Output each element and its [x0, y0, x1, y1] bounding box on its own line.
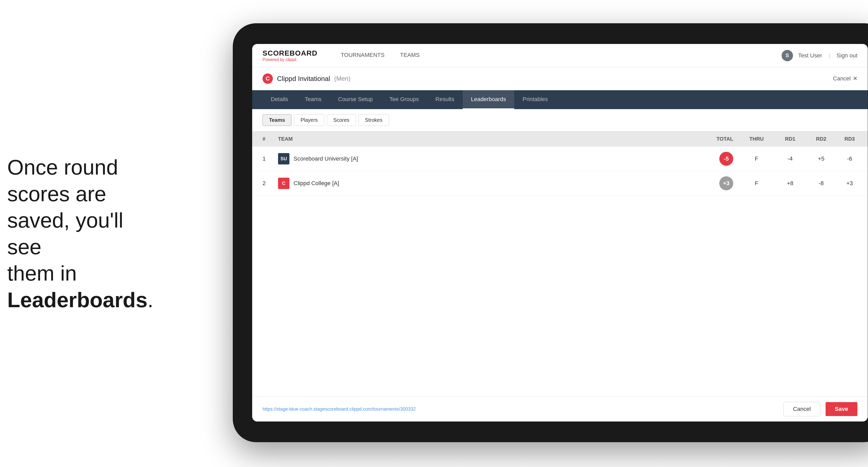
cancel-icon: ✕: [853, 75, 858, 82]
team-1-logo: SU: [278, 153, 289, 164]
nav-links: TOURNAMENTS TEAMS: [333, 44, 427, 67]
team-2-info: C Clippd College [A]: [278, 178, 697, 189]
tournament-title: C Clippd Invitational (Men): [262, 73, 350, 84]
team-2-rd3: +3: [837, 171, 868, 196]
text-line3: saved, you'll see: [7, 209, 123, 258]
team-2-total: +3: [702, 171, 738, 196]
top-navigation: SCOREBOARD Powered by clippd TOURNAMENTS…: [252, 44, 868, 67]
col-rd1: RD1: [775, 131, 806, 147]
tab-teams[interactable]: Teams: [297, 90, 330, 109]
col-rd3: RD3: [837, 131, 868, 147]
col-rank: #: [252, 131, 273, 147]
col-team: TEAM: [273, 131, 702, 147]
nav-left: SCOREBOARD Powered by clippd TOURNAMENTS…: [262, 44, 428, 67]
filter-teams[interactable]: Teams: [262, 114, 291, 126]
footer-cancel-button[interactable]: Cancel: [783, 402, 820, 416]
score-badge-2: +3: [719, 176, 733, 190]
cancel-tournament-button[interactable]: Cancel ✕: [833, 75, 858, 82]
nav-teams[interactable]: TEAMS: [392, 44, 428, 67]
rank-2: 2: [252, 171, 273, 196]
tournament-subtitle: (Men): [334, 75, 350, 82]
col-total: TOTAL: [702, 131, 738, 147]
team-1-thru: F: [738, 147, 775, 171]
sidebar-text: Once round scores are saved, you'll see …: [7, 154, 157, 313]
team-1-total: -5: [702, 147, 738, 171]
tab-results[interactable]: Results: [427, 90, 462, 109]
team-1-rd2: +5: [806, 147, 837, 171]
team-2-thru: F: [738, 171, 775, 196]
footer-save-button[interactable]: Save: [826, 402, 858, 416]
filter-bar: Teams Players Scores Strokes: [252, 109, 868, 131]
logo-area: SCOREBOARD Powered by clippd: [262, 49, 317, 62]
text-line5-end: .: [148, 288, 153, 311]
team-2-logo: C: [278, 178, 289, 189]
sign-out-link[interactable]: Sign out: [836, 52, 858, 59]
tab-leaderboards[interactable]: Leaderboards: [463, 90, 515, 109]
text-line2: scores are: [7, 182, 106, 205]
nav-tournaments[interactable]: TOURNAMENTS: [333, 44, 392, 67]
tournament-name: Clippd Invitational: [277, 75, 330, 83]
team-2-cell: C Clippd College [A]: [273, 171, 702, 196]
text-line1: Once round: [7, 155, 118, 179]
col-rd2: RD2: [806, 131, 837, 147]
tab-printables[interactable]: Printables: [514, 90, 556, 109]
tab-course-setup[interactable]: Course Setup: [330, 90, 381, 109]
team-1-rd1: -4: [775, 147, 806, 171]
logo-sub-prefix: Powered by: [262, 57, 285, 62]
scores-table: # TEAM TOTAL THRU RD1 RD2 RD3 1: [252, 131, 868, 196]
tournament-icon: C: [262, 73, 273, 84]
footer-buttons: Cancel Save: [783, 402, 858, 416]
cancel-label: Cancel: [833, 75, 851, 82]
filter-players[interactable]: Players: [294, 114, 324, 126]
user-name: Test User: [798, 52, 822, 59]
filter-scores[interactable]: Scores: [327, 114, 356, 126]
tablet-screen: SCOREBOARD Powered by clippd TOURNAMENTS…: [252, 44, 868, 422]
user-avatar: S: [782, 50, 793, 61]
team-2-name: Clippd College [A]: [293, 180, 339, 187]
leaderboard-table: # TEAM TOTAL THRU RD1 RD2 RD3 1: [252, 131, 868, 396]
team-1-cell: SU Scoreboard University [A]: [273, 147, 702, 171]
text-line4: them in: [7, 261, 77, 285]
footer: https://stage-blue-coach.stagescoreboard…: [252, 396, 868, 422]
score-badge-1: -5: [719, 152, 733, 166]
team-1-rd3: -6: [837, 147, 868, 171]
table-header-row: # TEAM TOTAL THRU RD1 RD2 RD3: [252, 131, 868, 147]
logo-text: SCOREBOARD: [262, 49, 317, 57]
team-2-rd1: +8: [775, 171, 806, 196]
text-line5-bold: Leaderboards: [7, 288, 148, 311]
tablet-device: SCOREBOARD Powered by clippd TOURNAMENTS…: [233, 23, 868, 442]
tab-details[interactable]: Details: [262, 90, 297, 109]
table-row: 1 SU Scoreboard University [A] -5 F: [252, 147, 868, 171]
logo-brand: clippd: [285, 57, 297, 62]
table-row: 2 C Clippd College [A] +3 F: [252, 171, 868, 196]
main-content: C Clippd Invitational (Men) Cancel ✕ Det…: [252, 67, 868, 422]
tab-navigation: Details Teams Course Setup Tee Groups Re…: [252, 90, 868, 109]
logo-sub: Powered by clippd: [262, 57, 317, 62]
tournament-header: C Clippd Invitational (Men) Cancel ✕: [252, 67, 868, 90]
rank-1: 1: [252, 147, 273, 171]
tab-tee-groups[interactable]: Tee Groups: [381, 90, 427, 109]
team-1-name: Scoreboard University [A]: [293, 155, 358, 162]
team-1-info: SU Scoreboard University [A]: [278, 153, 697, 164]
col-thru: THRU: [738, 131, 775, 147]
footer-url: https://stage-blue-coach.stagescoreboard…: [262, 406, 416, 412]
nav-separator: |: [829, 52, 830, 59]
nav-right: S Test User | Sign out: [782, 50, 858, 61]
team-2-rd2: -8: [806, 171, 837, 196]
filter-strokes[interactable]: Strokes: [359, 114, 389, 126]
